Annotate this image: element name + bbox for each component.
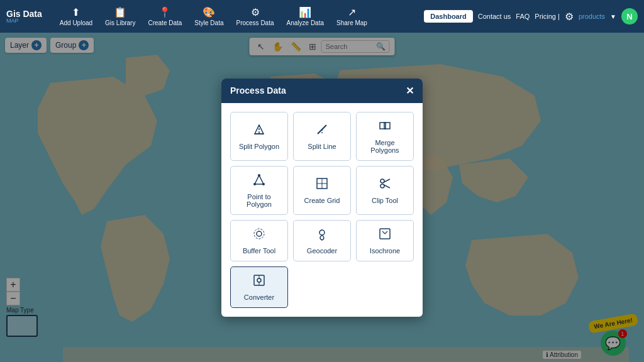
nav-add-upload-label: Add Upload (60, 19, 92, 26)
buffer-tool-label: Buffer Tool (243, 247, 275, 255)
library-icon: 📋 (114, 6, 126, 18)
nav-analyze-data[interactable]: 📊 Analyze Data (282, 4, 329, 29)
nav-create-data-label: Create Data (148, 19, 182, 26)
geocoder-button[interactable]: Geocoder (293, 220, 351, 261)
logo-subtitle: MAP (6, 18, 42, 24)
upload-icon: ⬆ (72, 6, 80, 18)
settings-icon[interactable]: ⚙ (565, 11, 574, 23)
create-icon: 📍 (158, 6, 171, 18)
nav-style-data-label: Style Data (194, 19, 223, 26)
svg-point-24 (257, 278, 261, 282)
converter-label: Converter (244, 293, 274, 301)
svg-point-11 (258, 174, 260, 177)
create-grid-button[interactable]: Create Grid (293, 166, 351, 215)
split-polygon-label: Split Polygon (239, 143, 279, 150)
products-link[interactable]: products (579, 13, 605, 20)
split-line-icon (315, 123, 329, 140)
svg-point-19 (257, 231, 262, 236)
dashboard-button[interactable]: Dashboard (424, 10, 472, 23)
modal-header: Process Data ✕ (221, 79, 423, 103)
nav-style-data[interactable]: 🎨 Style Data (189, 4, 228, 29)
modal-title: Process Data (230, 85, 286, 96)
point-to-polygon-label: Point to Polygon (235, 193, 284, 208)
svg-marker-8 (255, 175, 264, 184)
process-data-modal: Process Data ✕ Split Polygon Split Line (221, 79, 423, 317)
merge-polygons-button[interactable]: Merge Polygons (356, 112, 414, 161)
nav-gis-library-label: Gis Library (105, 19, 135, 26)
split-polygon-button[interactable]: Split Polygon (230, 112, 288, 161)
faq-link[interactable]: FAQ (516, 13, 530, 20)
share-icon: ↗ (348, 6, 356, 18)
nav-process-data-label: Process Data (236, 19, 274, 26)
nav-arrow-icon: ▼ (610, 13, 616, 20)
pricing-link[interactable]: Pricing | (535, 13, 560, 20)
svg-point-21 (319, 230, 325, 235)
point-to-polygon-icon (252, 173, 266, 190)
nav-share-map[interactable]: ↗ Share Map (331, 4, 372, 29)
isochrone-button[interactable]: Isochrone (356, 220, 414, 261)
nav-create-data[interactable]: 📍 Create Data (143, 4, 187, 29)
split-polygon-icon (252, 123, 266, 140)
nav-process-data[interactable]: ⚙ Process Data (231, 4, 279, 29)
clip-tool-icon (378, 177, 392, 194)
point-to-polygon-button[interactable]: Point to Polygon (230, 166, 288, 215)
isochrone-label: Isochrone (370, 247, 400, 255)
clip-tool-label: Clip Tool (372, 197, 398, 204)
analyze-icon: 📊 (299, 6, 311, 18)
svg-point-9 (253, 183, 256, 185)
process-icon: ⚙ (251, 6, 260, 18)
nav-add-upload[interactable]: ⬆ Add Upload (55, 4, 97, 29)
create-grid-label: Create Grid (304, 197, 340, 204)
converter-icon (252, 273, 266, 290)
merge-polygons-icon (378, 119, 392, 136)
geocoder-icon (315, 227, 329, 244)
logo-title: Gis Data (6, 9, 42, 18)
split-line-button[interactable]: Split Line (293, 112, 351, 161)
create-grid-icon (315, 177, 329, 194)
contact-link[interactable]: Contact us (478, 13, 511, 20)
modal-close-button[interactable]: ✕ (406, 85, 414, 97)
style-icon: 🎨 (203, 6, 215, 18)
split-line-label: Split Line (308, 143, 336, 150)
converter-button[interactable]: Converter (230, 266, 288, 308)
modal-body: Split Polygon Split Line Merge Polygons (221, 103, 423, 317)
user-avatar[interactable]: N (621, 8, 638, 25)
merge-polygons-label: Merge Polygons (360, 139, 409, 154)
nav-right: Dashboard Contact us FAQ Pricing | ⚙ pro… (424, 8, 638, 25)
navbar: Gis Data MAP ⬆ Add Upload 📋 Gis Library … (0, 0, 644, 33)
isochrone-icon (378, 227, 392, 244)
modal-overlay[interactable]: Process Data ✕ Split Polygon Split Line (0, 33, 644, 362)
buffer-tool-icon (252, 227, 266, 244)
buffer-tool-button[interactable]: Buffer Tool (230, 220, 288, 261)
clip-tool-button[interactable]: Clip Tool (356, 166, 414, 215)
geocoder-label: Geocoder (307, 247, 337, 255)
logo-area: Gis Data MAP (6, 9, 42, 24)
nav-analyze-data-label: Analyze Data (287, 19, 324, 26)
svg-point-20 (254, 229, 264, 239)
nav-gis-library[interactable]: 📋 Gis Library (100, 4, 140, 29)
nav-items: ⬆ Add Upload 📋 Gis Library 📍 Create Data… (55, 4, 424, 29)
svg-point-10 (262, 183, 265, 185)
map-container: ↖ ✋ 📏 ⊞ 🔍 Layer + Group + + − Map Type ℹ… (0, 33, 644, 362)
nav-share-map-label: Share Map (336, 19, 367, 26)
